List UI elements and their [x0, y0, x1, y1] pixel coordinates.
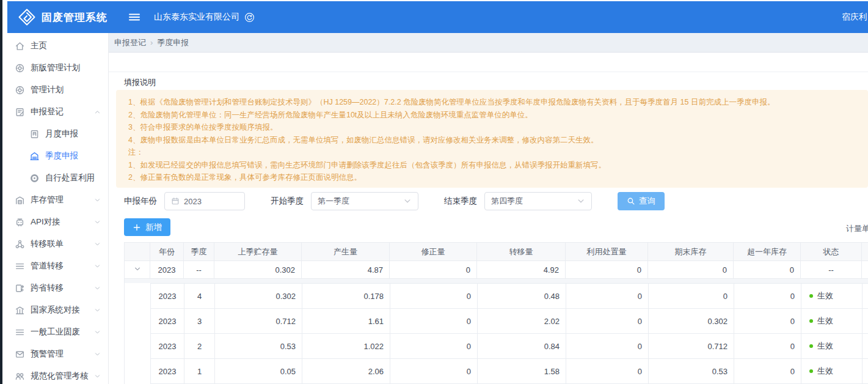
chevron-down-icon: [94, 219, 101, 226]
table-cell: 4.92: [477, 261, 566, 279]
year-input[interactable]: 2023: [164, 192, 245, 210]
share-icon: [15, 239, 25, 249]
notice-line: 2、危险废物简化管理单位：同一生产经营场所危险废物年产生量10t及以上且未纳入危…: [128, 109, 856, 122]
table-cell: 0.302: [214, 261, 302, 279]
sidebar-item-跨省转移[interactable]: 跨省转移: [2, 277, 108, 299]
refresh-icon[interactable]: [244, 12, 255, 23]
table-cell: 2.02: [478, 309, 566, 334]
chevron-up-icon: [94, 109, 101, 116]
sidebar-item-管理计划[interactable]: 管理计划: [2, 79, 108, 101]
start-quarter-select[interactable]: 第一季度: [311, 192, 418, 210]
expanded-region: 202340.3020.17800.48000生效202330.7121.610…: [124, 279, 868, 384]
chevron-down-icon: [403, 197, 412, 205]
add-button[interactable]: 新增: [124, 218, 170, 236]
status-text: 生效: [817, 341, 833, 350]
table-header-cell: 修正量: [390, 243, 477, 261]
sidebar-item-label: 预警管理: [31, 349, 64, 360]
year-cell: 2023: [151, 334, 184, 359]
plan-icon: [15, 85, 25, 95]
notice-line: 注：: [128, 146, 856, 159]
sidebar-item-一般工业固废[interactable]: 一般工业固废: [2, 321, 108, 343]
quarter-row: 202320.531.02200.8400.7120生效: [151, 334, 868, 359]
table-cell: 0.302: [649, 309, 734, 334]
sidebar-item-label: 一般工业固废: [31, 327, 80, 338]
sidebar-item-库存管理[interactable]: 库存管理: [2, 189, 108, 211]
table-header-cell: 利用处置量: [566, 243, 648, 261]
warehouse-icon: [15, 195, 25, 205]
table-header-cell: [862, 243, 868, 261]
status-cell-summary: --: [801, 261, 862, 279]
notice-line: 1、根据《危险废物管理计划和管理台账制定技术导则》（HJ 1259—2022）7…: [128, 96, 856, 109]
table-cell: 0: [566, 334, 649, 359]
table-cell: 0: [734, 334, 801, 359]
main-panel: 填报说明 1、根据《危险废物管理计划和管理台账制定技术导则》（HJ 1259—2…: [109, 53, 868, 384]
table-cell: 0: [566, 284, 649, 309]
table-cell: 0.302: [215, 284, 302, 309]
sidebar-item-季度申报[interactable]: 季度申报: [2, 145, 108, 167]
username[interactable]: 宿庆利: [842, 12, 867, 23]
sidebar-item-申报登记[interactable]: 申报登记: [2, 101, 108, 123]
sidebar-item-管道转移[interactable]: 管道转移: [2, 255, 108, 277]
table-cell: 0.84: [478, 334, 566, 359]
end-quarter-value: 第四季度: [491, 196, 523, 207]
breadcrumb: 申报登记 › 季度申报: [109, 33, 868, 53]
sidebar-item-label: 季度申报: [45, 150, 78, 161]
sidebar-item-API对接[interactable]: API对接: [2, 211, 108, 233]
row-expand-icon[interactable]: [134, 265, 141, 273]
table-cell: 0.712: [215, 309, 302, 334]
sidebar-item-国家系统对接[interactable]: 国家系统对接: [2, 299, 108, 321]
sidebar-item-label: 自行处置利用: [45, 172, 95, 183]
table-cell: 0.53: [215, 334, 302, 359]
sidebar-item-规范化管理考核[interactable]: 规范化管理考核: [2, 365, 108, 384]
table-cell: 0: [648, 261, 734, 279]
breadcrumb-item[interactable]: 申报登记: [114, 37, 146, 48]
status-cell: 生效: [801, 359, 863, 384]
table-cell: 0: [566, 261, 648, 279]
status-dot: [809, 344, 813, 348]
table-cell: 1.58: [478, 359, 566, 384]
sidebar-item-label: API对接: [31, 216, 60, 227]
search-button[interactable]: 查询: [618, 192, 665, 210]
summary-row: 2023--0.3024.8704.92000--: [125, 261, 868, 279]
table-cell: 0: [390, 359, 478, 384]
filter-bar: 申报年份 2023 开始季度 第一季度 结束季度 第四季度 查询: [124, 192, 665, 210]
chevron-down-icon: [94, 351, 101, 358]
year-cell: 2023: [151, 284, 184, 309]
plus-icon: [133, 223, 141, 232]
notice-box: 1、根据《危险废物管理计划和管理台账制定技术导则》（HJ 1259—2022）7…: [116, 90, 868, 188]
notice-title: 填报说明: [124, 77, 156, 88]
sidebar-item-主页[interactable]: 主页: [2, 35, 108, 57]
chevron-down-icon: [94, 373, 101, 380]
sidebar-item-自行处置利用[interactable]: 自行处置利用: [2, 167, 108, 189]
company-name[interactable]: 山东泰东实业有限公司: [154, 12, 239, 23]
status-cell: 生效: [801, 334, 863, 359]
circle-dot-icon: [29, 173, 40, 183]
sidebar-item-label: 管道转移: [31, 260, 64, 271]
chevron-down-icon: [94, 285, 101, 292]
table-cell: [863, 359, 868, 384]
end-quarter-label: 结束季度: [444, 196, 477, 207]
hamburger-menu-icon[interactable]: [128, 12, 140, 22]
start-quarter-value: 第一季度: [318, 196, 349, 207]
expanded-gap: [125, 279, 868, 283]
start-quarter-label: 开始季度: [271, 196, 304, 207]
sidebar-item-label: 规范化管理考核: [31, 371, 89, 382]
sidebar-item-预警管理[interactable]: 预警管理: [2, 343, 108, 365]
sidebar-item-label: 跨省转移: [31, 282, 64, 294]
window-edge-strip: [0, 0, 2, 384]
year-cell: 2023: [150, 261, 184, 279]
table-header-cell: 超一年库存: [734, 243, 801, 261]
sidebar-item-label: 新版管理计划: [31, 62, 80, 73]
table-header-cell: [125, 243, 150, 261]
status-text: 生效: [817, 291, 833, 300]
table-header-cell: 状态: [801, 243, 862, 261]
sidebar-item-新版管理计划[interactable]: 新版管理计划: [2, 57, 108, 79]
table-cell: 0: [734, 309, 801, 334]
table-cell: 0: [734, 284, 801, 309]
breadcrumb-separator: ›: [150, 38, 153, 47]
quarter-row: 202340.3020.17800.48000生效: [151, 284, 868, 309]
table-cell: 0.05: [215, 359, 302, 384]
end-quarter-select[interactable]: 第四季度: [484, 192, 592, 210]
sidebar-item-月度申报[interactable]: 月度申报: [2, 123, 108, 145]
sidebar-item-转移联单[interactable]: 转移联单: [2, 233, 108, 255]
